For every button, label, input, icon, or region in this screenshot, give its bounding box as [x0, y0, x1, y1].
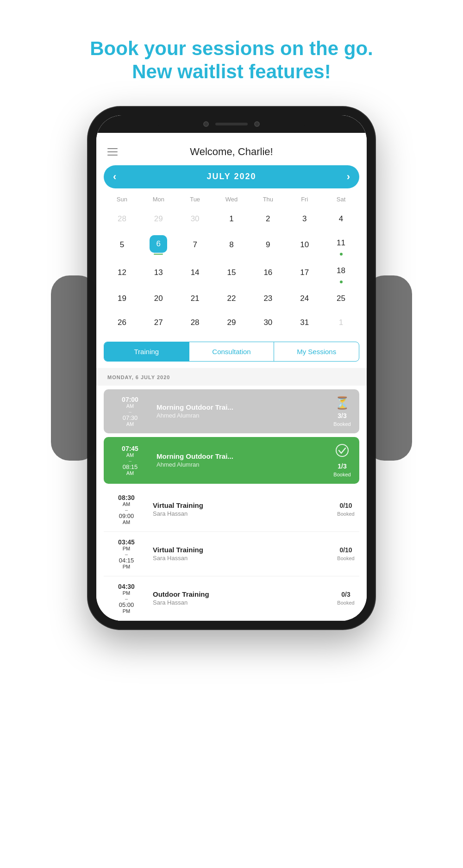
- calendar-day[interactable]: 4: [323, 206, 359, 230]
- calendar-day[interactable]: 21: [177, 286, 213, 309]
- weekday-label: Tue: [177, 194, 213, 205]
- hourglass-icon: ⏳: [335, 396, 350, 410]
- session-row[interactable]: 03:45 PM – 04:15 PM Virtual Training Sar…: [104, 532, 359, 576]
- calendar-day[interactable]: 8: [213, 231, 250, 257]
- time-start: 04:30: [118, 583, 135, 590]
- calendar-day[interactable]: 2: [250, 206, 286, 230]
- phone-shell: Welcome, Charlie! ‹ JULY 2020 › SunMonTu…: [88, 107, 375, 629]
- calendar-day[interactable]: 25: [323, 286, 359, 309]
- time-ampm-end: AM: [123, 519, 131, 525]
- status-label: Booked: [333, 421, 350, 427]
- time-ampm-end: AM: [126, 470, 134, 476]
- time-amp-start: PM: [123, 590, 131, 596]
- status-count: 3/3: [338, 412, 346, 419]
- session-time: 03:45 PM – 04:15 PM: [106, 538, 147, 569]
- calendar-day[interactable]: 14: [177, 258, 213, 285]
- calendar-day[interactable]: 24: [286, 286, 323, 309]
- calendar-day[interactable]: 6: [140, 231, 177, 257]
- notch-camera: [203, 121, 209, 127]
- weekday-label: Fri: [286, 194, 323, 205]
- calendar-day[interactable]: 1: [323, 310, 359, 333]
- session-time: 08:30 AM – 09:00 AM: [106, 494, 147, 525]
- time-dash: –: [129, 458, 131, 463]
- session-row[interactable]: 08:30 AM – 09:00 AM Virtual Training Sar…: [104, 487, 359, 532]
- session-status: 0/10Booked: [334, 502, 357, 517]
- weekday-label: Thu: [250, 194, 286, 205]
- menu-icon[interactable]: [107, 148, 118, 156]
- side-right: [366, 275, 412, 461]
- calendar-day[interactable]: 23: [250, 286, 286, 309]
- status-label: Booked: [337, 600, 354, 606]
- calendar-day[interactable]: 18: [323, 258, 359, 285]
- time-amp-start: AM: [126, 452, 134, 458]
- session-time: 04:30 PM – 05:00 PM: [106, 583, 147, 614]
- tab-item-my-sessions[interactable]: My Sessions: [274, 342, 359, 361]
- session-name: Morning Outdoor Trai...: [156, 403, 325, 411]
- promo-line1: Book your sessions on the go.: [90, 37, 373, 59]
- calendar-day[interactable]: 30: [250, 310, 286, 333]
- session-row[interactable]: 07:00 AM – 07:30 AM Morning Outdoor Trai…: [104, 389, 359, 433]
- calendar-day[interactable]: 17: [286, 258, 323, 285]
- phone-inner: Welcome, Charlie! ‹ JULY 2020 › SunMonTu…: [96, 115, 367, 621]
- time-start: 03:45: [118, 538, 135, 546]
- header-title: Welcome, Charlie!: [190, 146, 273, 158]
- promo-line2: New waitlist features!: [132, 61, 331, 82]
- calendar-day[interactable]: 11: [323, 231, 359, 257]
- session-status: 0/10Booked: [334, 546, 357, 561]
- time-end: 05:00: [119, 601, 134, 608]
- session-row[interactable]: 04:30 PM – 05:00 PM Outdoor Training Sar…: [104, 576, 359, 621]
- session-name: Outdoor Training: [153, 590, 329, 598]
- calendar-day[interactable]: 7: [177, 231, 213, 257]
- status-count: 0/3: [341, 591, 350, 598]
- calendar-day[interactable]: 19: [104, 286, 140, 309]
- calendar-day[interactable]: 31: [286, 310, 323, 333]
- session-trainer: Ahmed Alumran: [156, 461, 325, 468]
- calendar-grid: SunMonTueWedThuFriSat 282930123456789101…: [104, 194, 359, 333]
- status-label: Booked: [337, 511, 354, 517]
- calendar-day[interactable]: 30: [177, 206, 213, 230]
- check-circle-icon: [335, 443, 349, 461]
- calendar-day[interactable]: 3: [286, 206, 323, 230]
- time-start: 07:45: [122, 445, 138, 452]
- session-name: Virtual Training: [153, 501, 329, 509]
- calendar-day[interactable]: 10: [286, 231, 323, 257]
- session-info: Virtual Training Sara Hassan: [153, 501, 329, 517]
- calendar-day[interactable]: 29: [140, 206, 177, 230]
- session-name: Morning Outdoor Trai...: [156, 452, 325, 460]
- calendar-day[interactable]: 29: [213, 310, 250, 333]
- time-amp-start: AM: [126, 403, 134, 409]
- tab-item-consultation[interactable]: Consultation: [189, 342, 275, 361]
- calendar-nav: ‹ JULY 2020 ›: [104, 165, 359, 188]
- calendar-day[interactable]: 9: [250, 231, 286, 257]
- tab-item-training[interactable]: Training: [104, 342, 189, 361]
- calendar-day[interactable]: 28: [104, 206, 140, 230]
- calendar-day[interactable]: 1: [213, 206, 250, 230]
- calendar-day[interactable]: 20: [140, 286, 177, 309]
- calendar-day[interactable]: 13: [140, 258, 177, 285]
- time-end: 07:30: [123, 414, 138, 421]
- calendar-day[interactable]: 12: [104, 258, 140, 285]
- calendar-day[interactable]: 16: [250, 258, 286, 285]
- promo-text: Book your sessions on the go. New waitli…: [62, 37, 400, 84]
- prev-month-button[interactable]: ‹: [113, 171, 116, 183]
- weekday-label: Sun: [104, 194, 140, 205]
- sessions-list: 07:00 AM – 07:30 AM Morning Outdoor Trai…: [96, 389, 367, 621]
- time-ampm-end: AM: [126, 421, 134, 427]
- app-header: Welcome, Charlie!: [96, 136, 367, 165]
- calendar-day[interactable]: 27: [140, 310, 177, 333]
- calendar-day[interactable]: 22: [213, 286, 250, 309]
- calendar-day[interactable]: 5: [104, 231, 140, 257]
- next-month-button[interactable]: ›: [347, 171, 350, 183]
- session-info: Morning Outdoor Trai... Ahmed Alumran: [156, 452, 325, 468]
- notch-bar: [96, 115, 367, 133]
- time-dash: –: [125, 596, 128, 601]
- calendar-day[interactable]: 15: [213, 258, 250, 285]
- time-amp-start: PM: [123, 546, 131, 551]
- session-row[interactable]: 07:45 AM – 08:15 AM Morning Outdoor Trai…: [104, 437, 359, 484]
- time-ampm-end: PM: [123, 564, 131, 569]
- time-amp-start: AM: [123, 501, 131, 507]
- calendar-day[interactable]: 28: [177, 310, 213, 333]
- weekday-label: Mon: [140, 194, 177, 205]
- calendar-day[interactable]: 26: [104, 310, 140, 333]
- time-ampm-end: PM: [123, 608, 131, 614]
